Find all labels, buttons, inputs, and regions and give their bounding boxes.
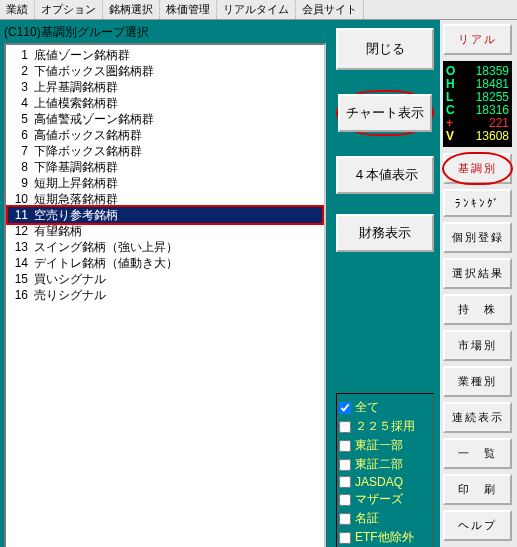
list-item-number: 9 bbox=[10, 175, 34, 191]
filter-label: JASDAQ bbox=[355, 475, 403, 489]
list-item[interactable]: 10短期急落銘柄群 bbox=[8, 191, 322, 207]
side-button[interactable]: 業種別 bbox=[443, 366, 512, 397]
list-item-number: 8 bbox=[10, 159, 34, 175]
list-item[interactable]: 3上昇基調銘柄群 bbox=[8, 79, 322, 95]
menu-item[interactable]: 株価管理 bbox=[160, 0, 217, 19]
list-item[interactable]: 8下降基調銘柄群 bbox=[8, 159, 322, 175]
menu-item[interactable]: 業績 bbox=[0, 0, 35, 19]
list-item-number: 11 bbox=[10, 207, 34, 223]
filter-label: 名証 bbox=[355, 510, 379, 527]
side-button[interactable]: 印 刷 bbox=[443, 474, 512, 505]
list-item[interactable]: 15買いシグナル bbox=[8, 271, 322, 287]
filter-label: 東証二部 bbox=[355, 456, 403, 473]
filter-checkbox[interactable] bbox=[339, 513, 351, 525]
list-item-label: 底値ゾーン銘柄群 bbox=[34, 47, 130, 63]
list-item[interactable]: 9短期上昇銘柄群 bbox=[8, 175, 322, 191]
top-menu: 業績オプション銘柄選択株価管理リアルタイム会員サイト bbox=[0, 0, 517, 20]
real-button[interactable]: リアル bbox=[443, 24, 512, 55]
chart-display-button[interactable]: チャート表示 bbox=[338, 94, 432, 132]
list-item-number: 13 bbox=[10, 239, 34, 255]
menu-item[interactable]: 銘柄選択 bbox=[103, 0, 160, 19]
list-item[interactable]: 6高値ボックス銘柄群 bbox=[8, 127, 322, 143]
market-filter-group: 全て２２５採用東証一部東証二部JASDAQマザーズ名証ETF他除外 bbox=[336, 393, 434, 547]
chart-button-highlight: チャート表示 bbox=[336, 90, 434, 136]
list-panel: (C110)基調別グループ選択 1底値ゾーン銘柄群2下値ボックス圏銘柄群3上昇基… bbox=[0, 20, 330, 547]
window-title: (C110)基調別グループ選択 bbox=[4, 24, 326, 41]
filter-checkbox[interactable] bbox=[339, 421, 351, 433]
quote-board: O18359H18481L18255C18316+221V13608 bbox=[443, 61, 512, 147]
list-item-label: 短期上昇銘柄群 bbox=[34, 175, 118, 191]
list-item[interactable]: 12有望銘柄 bbox=[8, 223, 322, 239]
side-button[interactable]: 市場別 bbox=[443, 330, 512, 361]
filter-checkbox-row[interactable]: 名証 bbox=[339, 509, 431, 528]
filter-label: 全て bbox=[355, 399, 379, 416]
list-item-number: 3 bbox=[10, 79, 34, 95]
finance-button[interactable]: 財務表示 bbox=[336, 214, 434, 252]
list-item-label: 下降ボックス銘柄群 bbox=[34, 143, 142, 159]
filter-checkbox[interactable] bbox=[339, 532, 351, 544]
list-item-label: スイング銘柄（強い上昇） bbox=[34, 239, 178, 255]
filter-label: 東証一部 bbox=[355, 437, 403, 454]
list-item-number: 10 bbox=[10, 191, 34, 207]
list-item-label: 売りシグナル bbox=[34, 287, 106, 303]
menu-item[interactable]: リアルタイム bbox=[217, 0, 296, 19]
filter-checkbox-row[interactable]: マザーズ bbox=[339, 490, 431, 509]
list-item-number: 1 bbox=[10, 47, 34, 63]
list-item[interactable]: 5高値警戒ゾーン銘柄群 bbox=[8, 111, 322, 127]
side-button[interactable]: 持 株 bbox=[443, 294, 512, 325]
quote-value: 13608 bbox=[476, 130, 509, 143]
quote-row: V13608 bbox=[446, 130, 509, 143]
list-item-label: 高値警戒ゾーン銘柄群 bbox=[34, 111, 154, 127]
side-button-stack: 基調別ﾗﾝｷﾝｸﾞ個別登録選択結果持 株市場別業種別連続表示一 覧印 刷ヘルプ bbox=[443, 153, 512, 541]
list-item[interactable]: 16売りシグナル bbox=[8, 287, 322, 303]
filter-checkbox-row[interactable]: 東証二部 bbox=[339, 455, 431, 474]
list-item-label: 空売り参考銘柄 bbox=[34, 207, 118, 223]
filter-checkbox-row[interactable]: ２２５採用 bbox=[339, 417, 431, 436]
list-item-label: 買いシグナル bbox=[34, 271, 106, 287]
list-item[interactable]: 11空売り参考銘柄 bbox=[8, 207, 322, 223]
four-value-button[interactable]: ４本値表示 bbox=[336, 156, 434, 194]
filter-checkbox[interactable] bbox=[339, 476, 351, 488]
quote-key: V bbox=[446, 130, 454, 143]
list-item-label: 上値模索銘柄群 bbox=[34, 95, 118, 111]
side-toolbar: リアル O18359H18481L18255C18316+221V13608 基… bbox=[440, 20, 515, 547]
list-item[interactable]: 4上値模索銘柄群 bbox=[8, 95, 322, 111]
side-button[interactable]: 基調別 bbox=[443, 153, 512, 184]
filter-checkbox-row[interactable]: ETF他除外 bbox=[339, 528, 431, 547]
filter-checkbox[interactable] bbox=[339, 459, 351, 471]
list-item-number: 14 bbox=[10, 255, 34, 271]
list-item-number: 4 bbox=[10, 95, 34, 111]
side-button[interactable]: ヘルプ bbox=[443, 510, 512, 541]
list-item-number: 7 bbox=[10, 143, 34, 159]
list-item[interactable]: 14デイトレ銘柄（値動き大） bbox=[8, 255, 322, 271]
menu-item[interactable]: オプション bbox=[35, 0, 103, 19]
list-item-label: 下降基調銘柄群 bbox=[34, 159, 118, 175]
list-item[interactable]: 7下降ボックス銘柄群 bbox=[8, 143, 322, 159]
filter-checkbox[interactable] bbox=[339, 402, 351, 414]
filter-label: ETF他除外 bbox=[355, 529, 414, 546]
side-button[interactable]: 連続表示 bbox=[443, 402, 512, 433]
list-item[interactable]: 13スイング銘柄（強い上昇） bbox=[8, 239, 322, 255]
list-item-number: 15 bbox=[10, 271, 34, 287]
filter-checkbox-row[interactable]: JASDAQ bbox=[339, 474, 431, 490]
side-button[interactable]: 選択結果 bbox=[443, 258, 512, 289]
list-item[interactable]: 2下値ボックス圏銘柄群 bbox=[8, 63, 322, 79]
group-listbox[interactable]: 1底値ゾーン銘柄群2下値ボックス圏銘柄群3上昇基調銘柄群4上値模索銘柄群5高値警… bbox=[4, 43, 326, 547]
side-button[interactable]: ﾗﾝｷﾝｸﾞ bbox=[443, 189, 512, 217]
filter-label: マザーズ bbox=[355, 491, 403, 508]
list-item[interactable]: 1底値ゾーン銘柄群 bbox=[8, 47, 322, 63]
list-item-number: 2 bbox=[10, 63, 34, 79]
list-item-label: 短期急落銘柄群 bbox=[34, 191, 118, 207]
menu-item[interactable]: 会員サイト bbox=[296, 0, 364, 19]
filter-checkbox[interactable] bbox=[339, 494, 351, 506]
list-item-number: 16 bbox=[10, 287, 34, 303]
list-item-label: 上昇基調銘柄群 bbox=[34, 79, 118, 95]
filter-checkbox-row[interactable]: 東証一部 bbox=[339, 436, 431, 455]
side-button[interactable]: 一 覧 bbox=[443, 438, 512, 469]
close-button[interactable]: 閉じる bbox=[336, 28, 434, 70]
filter-checkbox-row[interactable]: 全て bbox=[339, 398, 431, 417]
list-item-number: 6 bbox=[10, 127, 34, 143]
filter-checkbox[interactable] bbox=[339, 440, 351, 452]
side-button[interactable]: 個別登録 bbox=[443, 222, 512, 253]
list-item-label: デイトレ銘柄（値動き大） bbox=[34, 255, 178, 271]
